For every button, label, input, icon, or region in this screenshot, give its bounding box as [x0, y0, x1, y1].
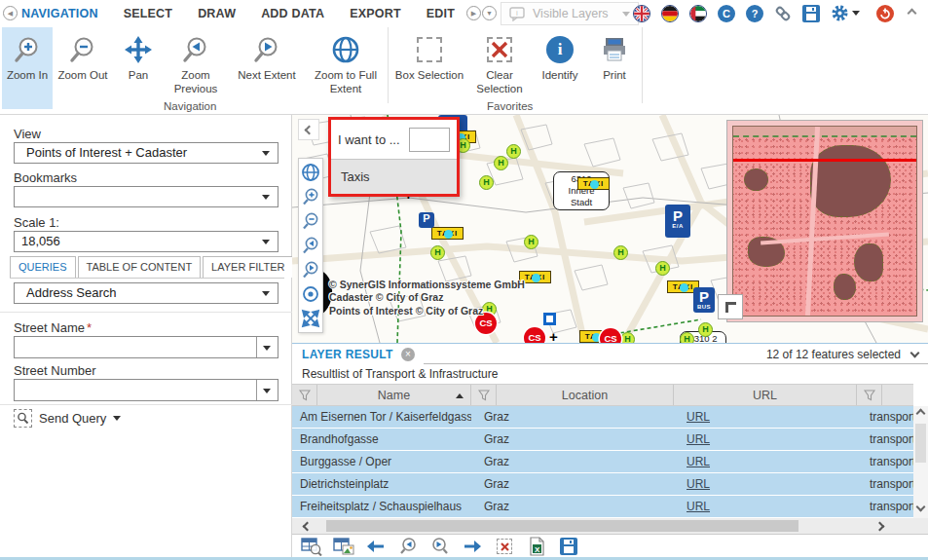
vertical-scrollbar[interactable] — [913, 406, 928, 518]
table-row[interactable]: Dietrichsteinplatz Graz URL transport — [292, 473, 913, 496]
language-german-icon[interactable] — [661, 5, 679, 22]
menu-navigation[interactable]: NAVIGATION — [21, 7, 98, 20]
settings-dropdown[interactable] — [831, 4, 860, 22]
stop-marker[interactable]: H — [620, 332, 635, 343]
collapse-panel-button[interactable] — [298, 119, 319, 140]
map-viewport[interactable]: PE/A TAXI H I want to ... Taxis 6310 Inn… — [292, 115, 928, 343]
clear-result-selection-button[interactable] — [493, 536, 516, 557]
stop-marker[interactable]: H — [613, 245, 628, 260]
stop-marker[interactable]: H — [524, 235, 538, 249]
map-zoom-in-icon[interactable] — [301, 187, 320, 206]
url-link[interactable]: URL — [687, 410, 710, 424]
locate-icon[interactable] — [301, 284, 320, 304]
stop-marker[interactable]: H — [430, 245, 445, 260]
parking-sign-marker[interactable]: P — [419, 212, 434, 228]
stop-marker[interactable]: H — [655, 261, 670, 276]
url-link[interactable]: URL — [687, 455, 710, 468]
street-number-combobox[interactable] — [14, 379, 278, 401]
table-row[interactable]: Freiheitsplatz / Schauspielhaus Graz URL… — [292, 496, 913, 518]
send-query-button[interactable]: Send Query — [14, 409, 121, 428]
clear-selection-button[interactable]: Clear Selection — [468, 27, 531, 97]
previous-result-button[interactable] — [396, 536, 420, 557]
fullscreen-icon[interactable] — [301, 309, 320, 328]
zoom-previous-button[interactable]: Zoom Previous — [164, 27, 228, 97]
tab-queries[interactable]: QUERIES — [10, 256, 76, 278]
bookmarks-select[interactable] — [14, 186, 278, 207]
popup-input[interactable] — [409, 128, 450, 152]
export-excel-button[interactable]: X — [525, 536, 548, 557]
scroll-left-icon[interactable] — [303, 522, 313, 532]
street-name-combobox[interactable] — [14, 336, 278, 358]
save-session-icon[interactable] — [802, 5, 820, 22]
menu-select[interactable]: SELECT — [124, 7, 173, 20]
next-extent-button[interactable]: Next Extent — [228, 27, 306, 97]
last-result-button[interactable] — [461, 536, 484, 557]
horizontal-scrollbar[interactable] — [292, 518, 928, 534]
url-link[interactable]: URL — [687, 477, 710, 491]
scrollbar-thumb[interactable] — [326, 520, 798, 532]
info-square-marker[interactable] — [543, 313, 556, 325]
collapse-results-icon[interactable] — [910, 349, 920, 358]
visible-layers-dropdown[interactable]: i Visible Layers — [501, 2, 639, 25]
menu-add-data[interactable]: ADD DATA — [261, 7, 324, 20]
scale-select[interactable]: 18,056 — [14, 231, 278, 252]
popup-item-taxis[interactable]: Taxis — [331, 159, 457, 194]
view-select[interactable]: Points of Interest + Cadaster — [14, 142, 278, 164]
scroll-up-icon[interactable] — [916, 409, 926, 419]
column-header-location[interactable]: Location — [497, 385, 674, 405]
overview-map[interactable] — [726, 120, 923, 322]
stop-marker[interactable]: H — [479, 175, 494, 190]
print-button[interactable]: Print — [589, 27, 640, 97]
zoom-in-button[interactable]: Zoom In — [2, 27, 53, 109]
filter-button[interactable] — [471, 385, 497, 405]
scrollbar-thumb[interactable] — [915, 424, 926, 463]
zoom-to-results-button[interactable] — [300, 536, 323, 557]
logout-power-icon[interactable] — [876, 5, 894, 22]
pan-button[interactable]: Pan — [113, 27, 164, 97]
language-english-icon[interactable] — [633, 5, 650, 22]
company-c-icon[interactable]: C — [718, 5, 735, 22]
zoom-full-extent-button[interactable]: Zoom to Full Extent — [306, 27, 386, 97]
overview-toggle-button[interactable] — [718, 294, 743, 319]
street-name-dropdown-button[interactable] — [256, 337, 278, 357]
full-extent-globe-icon[interactable] — [301, 163, 320, 182]
street-number-dropdown-button[interactable] — [256, 380, 278, 400]
save-results-button[interactable] — [557, 536, 580, 557]
scroll-right-icon[interactable] — [875, 522, 885, 532]
url-link[interactable]: URL — [687, 500, 710, 513]
table-row[interactable]: Brandhofgasse Graz URL transport — [292, 429, 913, 451]
taxi-marker[interactable]: TAXI — [431, 227, 464, 240]
menu-scroll-left-button[interactable]: ◀ — [3, 6, 18, 20]
menu-edit[interactable]: EDIT — [427, 7, 455, 20]
parking-sign-marker[interactable]: PE/A — [665, 205, 690, 238]
share-link-icon[interactable] — [774, 5, 792, 22]
menu-scroll-right-button[interactable]: ▶ — [466, 6, 481, 20]
collapse-ribbon-icon[interactable] — [908, 9, 917, 19]
column-header-name[interactable]: Name — [317, 385, 471, 405]
map-zoom-out-icon[interactable] — [301, 211, 320, 231]
first-result-button[interactable] — [364, 536, 388, 557]
query-type-select[interactable]: Address Search — [14, 282, 278, 304]
scroll-down-icon[interactable] — [916, 503, 926, 512]
menu-export[interactable]: EXPORT — [350, 7, 401, 20]
table-row[interactable]: Am Eisernen Tor / Kaiserfeldgasse Graz U… — [292, 406, 913, 429]
map-zoom-next-icon[interactable] — [301, 260, 320, 280]
menu-overflow-button[interactable]: ▼ — [482, 6, 497, 20]
tab-table-of-content[interactable]: TABLE OF CONTENT — [78, 256, 202, 278]
tab-layer-filter[interactable]: LAYER FILTER — [203, 256, 293, 278]
stop-marker[interactable]: H — [698, 322, 713, 337]
carsharing-marker[interactable]: CS — [524, 327, 545, 343]
url-link[interactable]: URL — [687, 432, 710, 446]
parking-sign-marker[interactable]: PBUS — [693, 287, 715, 313]
box-selection-button[interactable]: Box Selection — [390, 27, 468, 97]
next-result-button[interactable] — [428, 536, 452, 557]
taxi-marker[interactable]: TAXI — [577, 177, 610, 190]
stop-marker[interactable]: H — [680, 332, 694, 343]
map-zoom-previous-icon[interactable] — [301, 236, 320, 255]
layer-result-tab[interactable]: LAYER RESULT — [302, 348, 393, 361]
filter-button[interactable] — [292, 385, 317, 405]
stop-marker[interactable]: H — [506, 144, 521, 159]
language-arabic-icon[interactable] — [689, 5, 707, 22]
identify-button[interactable]: i Identify — [531, 27, 589, 97]
table-row[interactable]: Burggasse / Oper Graz URL transport — [292, 451, 913, 473]
